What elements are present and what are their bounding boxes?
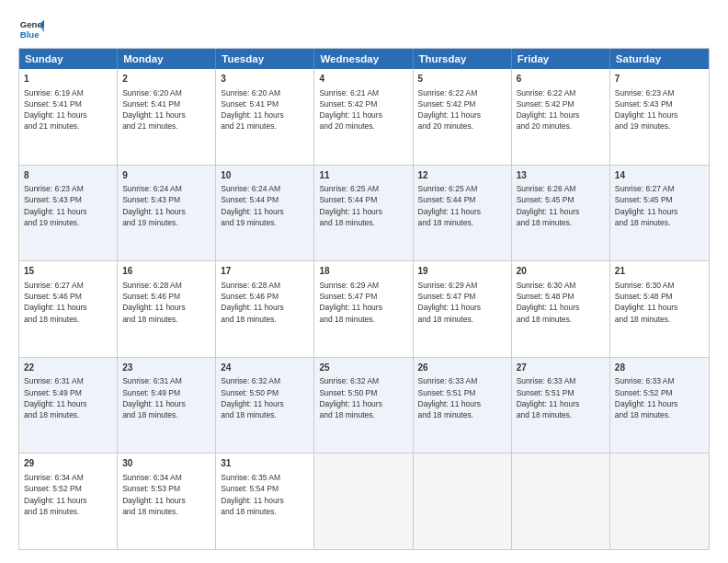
day-info-line: Daylight: 11 hours — [615, 302, 704, 313]
day-info-line: Sunrise: 6:20 AM — [122, 87, 210, 98]
day-info-line: Sunset: 5:46 PM — [221, 291, 309, 302]
day-info-line: and 18 minutes. — [418, 314, 506, 325]
day-info-line: Sunrise: 6:28 AM — [122, 280, 210, 291]
calendar-day-10: 10Sunrise: 6:24 AMSunset: 5:44 PMDayligh… — [216, 166, 314, 261]
calendar-day-25: 25Sunrise: 6:32 AMSunset: 5:50 PMDayligh… — [314, 358, 413, 454]
day-number: 7 — [615, 73, 704, 86]
page: General Blue SundayMondayTuesdayWednesda… — [0, 0, 728, 563]
calendar-day-17: 17Sunrise: 6:28 AMSunset: 5:46 PMDayligh… — [216, 261, 314, 357]
calendar-day-24: 24Sunrise: 6:32 AMSunset: 5:50 PMDayligh… — [216, 358, 314, 454]
calendar: SundayMondayTuesdayWednesdayThursdayFrid… — [18, 48, 710, 550]
day-info-line: and 18 minutes. — [615, 314, 704, 325]
day-info-line: Sunset: 5:48 PM — [615, 291, 704, 302]
day-info-line: and 19 minutes. — [122, 217, 210, 228]
day-number: 16 — [122, 265, 210, 279]
day-info-line: and 18 minutes. — [418, 409, 506, 420]
day-info-line: and 18 minutes. — [24, 314, 112, 325]
day-info-line: Sunrise: 6:34 AM — [24, 472, 112, 483]
day-info-line: and 18 minutes. — [418, 217, 506, 228]
day-info-line: Sunset: 5:46 PM — [24, 291, 112, 302]
day-info-line: Sunset: 5:50 PM — [221, 387, 309, 398]
day-info-line: Daylight: 11 hours — [221, 109, 309, 121]
day-info-line: Sunrise: 6:35 AM — [221, 472, 309, 483]
day-info-line: Sunset: 5:42 PM — [319, 98, 407, 109]
day-info-line: Daylight: 11 hours — [122, 206, 210, 217]
day-number: 1 — [24, 73, 112, 86]
day-info-line: Sunset: 5:54 PM — [221, 483, 309, 494]
calendar-row: 1Sunrise: 6:19 AMSunset: 5:41 PMDaylight… — [19, 69, 709, 166]
calendar-empty-cell — [414, 454, 512, 549]
day-info-line: Daylight: 11 hours — [122, 109, 210, 121]
calendar-day-15: 15Sunrise: 6:27 AMSunset: 5:46 PMDayligh… — [19, 261, 118, 357]
day-info-line: and 18 minutes. — [517, 409, 605, 420]
calendar-empty-cell — [314, 454, 413, 549]
day-number: 25 — [319, 362, 407, 375]
calendar-empty-cell — [610, 454, 709, 549]
day-info-line: Daylight: 11 hours — [517, 109, 605, 121]
day-info-line: Sunrise: 6:31 AM — [24, 375, 112, 386]
day-number: 31 — [221, 457, 309, 471]
calendar-day-26: 26Sunrise: 6:33 AMSunset: 5:51 PMDayligh… — [414, 358, 512, 454]
calendar-day-5: 5Sunrise: 6:22 AMSunset: 5:42 PMDaylight… — [414, 69, 512, 165]
header-day-saturday: Saturday — [610, 49, 709, 69]
calendar-day-23: 23Sunrise: 6:31 AMSunset: 5:49 PMDayligh… — [118, 358, 216, 454]
calendar-day-9: 9Sunrise: 6:24 AMSunset: 5:43 PMDaylight… — [118, 166, 216, 261]
day-info-line: Sunrise: 6:32 AM — [319, 375, 407, 386]
day-info-line: and 18 minutes. — [122, 314, 210, 325]
day-info-line: and 18 minutes. — [221, 506, 309, 517]
day-number: 24 — [221, 362, 309, 375]
day-info-line: Sunset: 5:45 PM — [517, 194, 605, 205]
day-info-line: Daylight: 11 hours — [615, 206, 704, 217]
calendar-day-30: 30Sunrise: 6:34 AMSunset: 5:53 PMDayligh… — [118, 454, 216, 549]
calendar-day-11: 11Sunrise: 6:25 AMSunset: 5:44 PMDayligh… — [314, 166, 413, 261]
day-info-line: Sunset: 5:51 PM — [418, 387, 506, 398]
day-info-line: Daylight: 11 hours — [122, 302, 210, 313]
day-info-line: Sunset: 5:41 PM — [221, 98, 309, 109]
header: General Blue — [18, 17, 710, 42]
day-info-line: and 18 minutes. — [615, 217, 704, 228]
day-number: 30 — [122, 457, 210, 471]
day-info-line: Daylight: 11 hours — [418, 302, 506, 313]
day-info-line: Daylight: 11 hours — [221, 302, 309, 313]
calendar-row: 29Sunrise: 6:34 AMSunset: 5:52 PMDayligh… — [19, 454, 709, 549]
day-info-line: Sunset: 5:44 PM — [221, 194, 309, 205]
day-info-line: Sunrise: 6:25 AM — [418, 183, 506, 194]
day-number: 14 — [615, 169, 704, 183]
calendar-day-18: 18Sunrise: 6:29 AMSunset: 5:47 PMDayligh… — [314, 261, 413, 357]
day-info-line: Sunrise: 6:31 AM — [122, 375, 210, 386]
day-info-line: Sunrise: 6:24 AM — [122, 183, 210, 194]
day-info-line: Daylight: 11 hours — [615, 109, 704, 121]
calendar-header: SundayMondayTuesdayWednesdayThursdayFrid… — [19, 49, 709, 69]
header-day-wednesday: Wednesday — [314, 49, 413, 69]
day-info-line: Sunset: 5:49 PM — [122, 387, 210, 398]
day-info-line: Sunset: 5:53 PM — [122, 483, 210, 494]
day-info-line: Sunrise: 6:34 AM — [122, 472, 210, 483]
day-info-line: Sunset: 5:46 PM — [122, 291, 210, 302]
day-info-line: Sunrise: 6:22 AM — [418, 87, 506, 98]
header-day-friday: Friday — [512, 49, 610, 69]
day-info-line: Sunset: 5:48 PM — [517, 291, 605, 302]
day-info-line: and 18 minutes. — [319, 314, 407, 325]
day-info-line: Daylight: 11 hours — [221, 206, 309, 217]
header-day-sunday: Sunday — [19, 49, 118, 69]
day-info-line: Sunrise: 6:33 AM — [517, 375, 605, 386]
day-info-line: Sunset: 5:50 PM — [319, 387, 407, 398]
day-info-line: Sunrise: 6:29 AM — [319, 280, 407, 291]
day-info-line: Sunset: 5:44 PM — [319, 194, 407, 205]
day-number: 6 — [517, 73, 605, 86]
day-number: 19 — [418, 265, 506, 279]
header-day-thursday: Thursday — [414, 49, 512, 69]
day-info-line: Sunset: 5:42 PM — [418, 98, 506, 109]
day-number: 27 — [517, 362, 605, 375]
day-number: 9 — [122, 169, 210, 183]
day-number: 2 — [122, 73, 210, 86]
day-info-line: and 20 minutes. — [319, 121, 407, 132]
calendar-day-13: 13Sunrise: 6:26 AMSunset: 5:45 PMDayligh… — [512, 166, 610, 261]
day-info-line: Sunrise: 6:27 AM — [24, 280, 112, 291]
day-info-line: Daylight: 11 hours — [24, 495, 112, 506]
day-info-line: Sunset: 5:49 PM — [24, 387, 112, 398]
day-info-line: Sunset: 5:44 PM — [418, 194, 506, 205]
calendar-day-3: 3Sunrise: 6:20 AMSunset: 5:41 PMDaylight… — [216, 69, 314, 165]
day-info-line: and 18 minutes. — [221, 314, 309, 325]
day-info-line: Sunset: 5:47 PM — [319, 291, 407, 302]
